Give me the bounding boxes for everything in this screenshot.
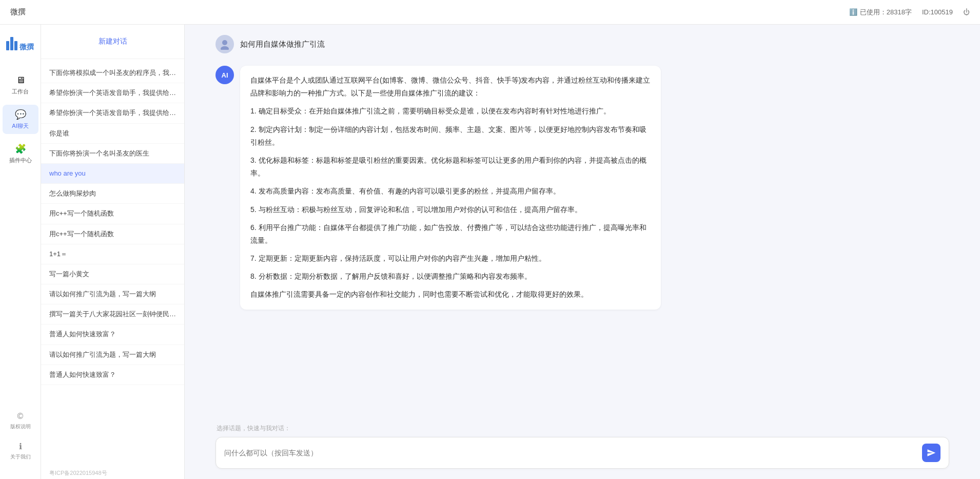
sidebar: 新建对话 下面你将模拟成一个叫圣友的程序员，我说... 希望你扮演一个英语发音助… <box>41 25 185 479</box>
chat-area: 如何用自媒体做推广引流 AI 自媒体平台是个人或团队通过互联网平台(如博客、微博… <box>185 25 980 479</box>
message-group-ai: AI 自媒体平台是个人或团队通过互联网平台(如博客、微博、微信公众号、抖音、快手… <box>215 66 949 310</box>
nav-about-label: 关于我们 <box>10 453 31 461</box>
copyright-icon: © <box>17 412 24 421</box>
topbar: 微撰 ℹ️ 已使用：28318字 ID:100519 ⏻ <box>0 0 980 25</box>
logo: 微撰 <box>5 35 36 55</box>
svg-rect-1 <box>10 37 13 50</box>
sidebar-item[interactable]: 希望你扮演一个英语发音助手，我提供给你... <box>41 83 184 103</box>
power-button[interactable]: ⏻ <box>963 8 970 16</box>
sidebar-item[interactable]: 怎么做狗屎炒肉 <box>41 184 184 204</box>
sidebar-item[interactable]: 普通人如何快速致富？ <box>41 324 184 344</box>
svg-text:微撰: 微撰 <box>19 43 34 51</box>
ai-para-4: 4. 发布高质量内容：发布高质量、有价值、有趣的内容可以吸引更多的粉丝，并提高用… <box>250 185 651 198</box>
ai-para-9: 自媒体推广引流需要具备一定的内容创作和社交能力，同时也需要不断尝试和优化，才能取… <box>250 288 651 301</box>
plugin-icon: 🧩 <box>15 143 26 155</box>
workbench-icon: 🖥 <box>16 75 25 86</box>
sidebar-item[interactable]: 下面你将模拟成一个叫圣友的程序员，我说... <box>41 63 184 83</box>
nav-copyright[interactable]: © 版权说明 <box>7 409 34 433</box>
ai-para-0: 自媒体平台是个人或团队通过互联网平台(如博客、微博、微信公众号、抖音、快手等)发… <box>250 74 651 100</box>
svg-rect-0 <box>6 41 9 50</box>
ai-para-5: 5. 与粉丝互动：积极与粉丝互动，回复评论和私信，可以增加用户对你的认可和信任，… <box>250 203 651 216</box>
user-avatar <box>215 35 234 53</box>
nav-plugin[interactable]: 🧩 插件中心 <box>3 139 38 168</box>
nav-workbench[interactable]: 🖥 工作台 <box>3 71 38 100</box>
usage-icon: ℹ️ <box>849 8 857 16</box>
sidebar-item-active[interactable]: who are you <box>41 164 184 184</box>
ai-message-content: 自媒体平台是个人或团队通过互联网平台(如博客、微博、微信公众号、抖音、快手等)发… <box>240 66 661 310</box>
sidebar-item[interactable]: 用c++写一个随机函数 <box>41 224 184 244</box>
sidebar-item[interactable]: 撰写一篇关于八大家花园社区一刻钟便民生... <box>41 304 184 324</box>
chat-input-field[interactable] <box>224 449 922 457</box>
chat-messages: 如何用自媒体做推广引流 AI 自媒体平台是个人或团队通过互联网平台(如博客、微博… <box>185 25 980 419</box>
about-icon: ℹ <box>19 442 22 451</box>
ai-para-1: 1. 确定目标受众：在开始自媒体推广引流之前，需要明确目标受众是谁，以便在发布内… <box>250 105 651 118</box>
sidebar-item[interactable]: 希望你扮演一个英语发音助手，我提供给你... <box>41 103 184 123</box>
usage-info: ℹ️ 已使用：28318字 <box>849 8 912 17</box>
sidebar-item[interactable]: 1+1＝ <box>41 244 184 264</box>
sidebar-item[interactable]: 下面你将扮演一个名叫圣友的医生 <box>41 144 184 164</box>
nav-ai-chat-label: AI聊天 <box>12 122 28 130</box>
ai-chat-icon: 💬 <box>15 109 26 120</box>
nav-about[interactable]: ℹ 关于我们 <box>7 438 34 464</box>
sidebar-header: 新建对话 <box>41 25 184 59</box>
chat-quick-hint: 选择话题，快速与我对话： <box>215 424 949 433</box>
user-message-text: 如何用自媒体做推广引流 <box>240 35 325 50</box>
ai-para-7: 7. 定期更新：定期更新内容，保持活跃度，可以让用户对你的内容产生兴趣，增加用户… <box>250 252 651 265</box>
nav-plugin-label: 插件中心 <box>9 157 32 164</box>
chat-input-area: 选择话题，快速与我对话： <box>185 419 980 479</box>
user-message: 如何用自媒体做推广引流 <box>215 35 949 53</box>
ai-para-3: 3. 优化标题和标签：标题和标签是吸引粉丝的重要因素。优化标题和标签可以让更多的… <box>250 154 651 180</box>
id-label: ID:100519 <box>922 8 953 16</box>
topbar-right: ℹ️ 已使用：28318字 ID:100519 ⏻ <box>849 8 970 17</box>
sidebar-list: 下面你将模拟成一个叫圣友的程序员，我说... 希望你扮演一个英语发音助手，我提供… <box>41 59 184 479</box>
icp-text: 粤ICP备2022015948号 <box>49 467 107 478</box>
new-chat-button[interactable]: 新建对话 <box>49 33 176 50</box>
usage-label: 已使用：28318字 <box>860 8 912 17</box>
topbar-title: 微撰 <box>10 7 26 17</box>
message-group-user: 如何用自媒体做推广引流 <box>215 35 949 53</box>
ai-para-6: 6. 利用平台推广功能：自媒体平台都提供了推广功能，如广告投放、付费推广等，可以… <box>250 221 651 247</box>
ai-para-8: 8. 分析数据：定期分析数据，了解用户反馈和喜好，以便调整推广策略和内容发布频率… <box>250 270 651 283</box>
nav-workbench-label: 工作台 <box>12 88 29 95</box>
nav-copyright-label: 版权说明 <box>10 423 31 430</box>
sidebar-item[interactable]: 普通人如何快速致富？ <box>41 365 184 385</box>
chat-send-button[interactable] <box>922 444 940 462</box>
svg-rect-2 <box>14 41 17 50</box>
ai-para-2: 2. 制定内容计划：制定一份详细的内容计划，包括发布时间、频率、主题、文案、图片… <box>250 123 651 149</box>
ai-avatar: AI <box>215 66 234 84</box>
svg-point-5 <box>221 46 229 50</box>
chat-input-box <box>215 437 949 469</box>
nav-ai-chat[interactable]: 💬 AI聊天 <box>3 105 38 134</box>
nav-bottom: © 版权说明 ℹ 关于我们 <box>7 409 34 469</box>
sidebar-item[interactable]: 你是谁 <box>41 124 184 144</box>
sidebar-item[interactable]: 写一篇小黄文 <box>41 264 184 284</box>
ai-message: AI 自媒体平台是个人或团队通过互联网平台(如博客、微博、微信公众号、抖音、快手… <box>215 66 949 310</box>
sidebar-item[interactable]: 请以如何推广引流为题，写一篇大纲 <box>41 345 184 365</box>
left-nav: 微撰 🖥 工作台 💬 AI聊天 🧩 插件中心 © 版权说明 ℹ 关于我们 <box>0 25 41 479</box>
sidebar-item[interactable]: 用c++写一个随机函数 <box>41 204 184 224</box>
svg-point-4 <box>222 40 227 45</box>
sidebar-item[interactable]: 请以如何推广引流为题，写一篇大纲 <box>41 284 184 304</box>
